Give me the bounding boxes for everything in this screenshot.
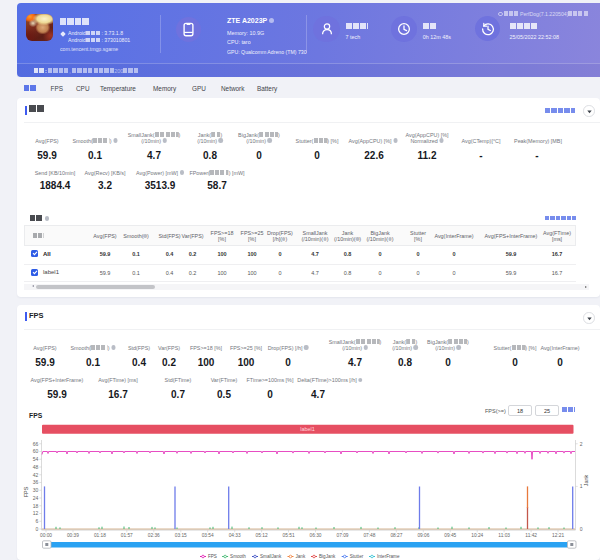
svg-text:05:12: 05:12: [256, 533, 268, 538]
svg-text:FPS: FPS: [208, 554, 217, 559]
svg-text:00:39: 00:39: [67, 533, 79, 538]
svg-text:30: 30: [33, 487, 39, 493]
svg-text:66: 66: [33, 441, 39, 447]
svg-text:09:06: 09:06: [417, 533, 429, 538]
svg-text:60: 60: [33, 448, 39, 454]
svg-text:Stutter: Stutter: [350, 554, 364, 559]
svg-text:12: 12: [33, 510, 39, 516]
svg-text:10:24: 10:24: [471, 533, 483, 538]
svg-text:2: 2: [580, 441, 583, 447]
svg-text:SmallJank: SmallJank: [260, 554, 282, 559]
svg-text:48: 48: [33, 464, 39, 470]
svg-text:0: 0: [580, 526, 583, 532]
svg-text:42: 42: [33, 472, 39, 478]
svg-text:05:51: 05:51: [283, 533, 295, 538]
svg-text:InterFrame: InterFrame: [377, 554, 400, 559]
svg-text:36: 36: [33, 479, 39, 485]
svg-text:24: 24: [33, 495, 39, 501]
svg-text:07:48: 07:48: [363, 533, 375, 538]
svg-text:FPS: FPS: [23, 486, 29, 497]
svg-text:11:03: 11:03: [498, 533, 510, 538]
svg-text:04:33: 04:33: [229, 533, 241, 538]
svg-text:Jank: Jank: [296, 554, 306, 559]
svg-text:BigJank: BigJank: [319, 554, 336, 559]
svg-text:label1: label1: [300, 426, 315, 432]
svg-text:0: 0: [35, 526, 38, 532]
svg-text:01:57: 01:57: [121, 533, 133, 538]
svg-text:03:15: 03:15: [175, 533, 187, 538]
svg-text:Jank: Jank: [583, 474, 589, 486]
svg-text:12:21: 12:21: [552, 533, 564, 538]
svg-text:54: 54: [33, 456, 39, 462]
svg-text:00:00: 00:00: [40, 533, 52, 538]
svg-text:03:54: 03:54: [202, 533, 214, 538]
svg-text:06:30: 06:30: [309, 533, 321, 538]
svg-text:18: 18: [33, 503, 39, 509]
svg-text:6: 6: [35, 518, 38, 524]
svg-text:01:18: 01:18: [94, 533, 106, 538]
svg-text:11:42: 11:42: [525, 533, 537, 538]
svg-text:02:36: 02:36: [148, 533, 160, 538]
svg-text:08:27: 08:27: [390, 533, 402, 538]
svg-text:Smooth: Smooth: [230, 554, 246, 559]
svg-text:07:09: 07:09: [336, 533, 348, 538]
svg-text:09:45: 09:45: [444, 533, 456, 538]
